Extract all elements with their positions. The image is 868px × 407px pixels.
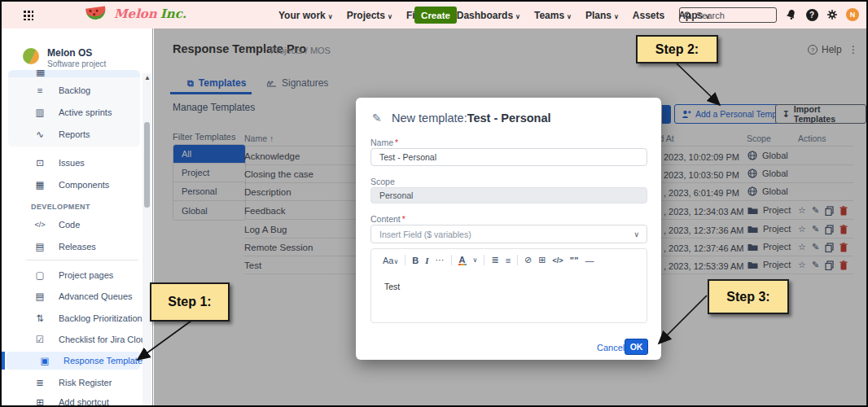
board-icon: ▦ xyxy=(36,70,45,77)
ok-button[interactable]: OK xyxy=(625,339,648,355)
project-avatar xyxy=(23,48,39,64)
chevron-down-icon: ∨ xyxy=(515,13,520,20)
risk-register-icon: ≣ xyxy=(33,377,47,388)
horizontal-rule-button[interactable]: — xyxy=(585,256,594,265)
project-type: Software project xyxy=(47,59,106,68)
sidebar-item-active-sprints[interactable]: ▥ Active sprints xyxy=(2,104,142,120)
font-style-button[interactable]: Aa∨ xyxy=(383,256,398,265)
chevron-down-icon: ∨ xyxy=(567,13,572,20)
code-block-button[interactable]: </> xyxy=(553,256,563,265)
italic-button[interactable]: I xyxy=(425,256,428,265)
project-sidebar: Melon OS Software project ▦ ≡ Backlog ▥ … xyxy=(2,28,153,407)
sidebar-item-partial[interactable]: ▦ xyxy=(8,70,140,77)
chevron-down-icon: ∨ xyxy=(614,13,619,20)
releases-icon: ▤ xyxy=(33,241,47,252)
insert-field-dropdown[interactable]: Insert Field ($ variables) ∨ xyxy=(370,225,647,243)
name-field-label: Name* xyxy=(370,138,398,147)
user-avatar[interactable]: N xyxy=(846,8,859,21)
primary-nav: Your work∨ Projects∨ Filters∨ Dashboards… xyxy=(278,2,710,28)
create-button[interactable]: Create xyxy=(414,7,457,24)
sidebar-item-checklist[interactable]: ☑ Checklist for Jira Cloud xyxy=(2,331,142,348)
text-color-button[interactable]: A xyxy=(458,256,467,265)
sidebar-item-components[interactable]: ▦ Components xyxy=(2,177,142,193)
sidebar-item-response-templates[interactable]: ▣ Response Templates xyxy=(7,352,140,370)
sidebar-item-issues[interactable]: ⊡ Issues xyxy=(2,155,142,171)
sidebar-item-add-shortcut[interactable]: ⊞ Add shortcut xyxy=(2,394,142,407)
notifications-bell-icon[interactable] xyxy=(784,8,797,21)
more-formatting-button[interactable]: ⋯ xyxy=(436,255,445,265)
bullet-list-button[interactable]: ≣ xyxy=(491,255,498,265)
response-templates-icon: ▣ xyxy=(37,355,52,366)
content-field-label: Content* xyxy=(370,214,406,224)
watermelon-logo-icon xyxy=(85,6,107,20)
insert-table-button[interactable]: ⊞ xyxy=(538,255,546,265)
nav-projects[interactable]: Projects∨ xyxy=(347,10,392,21)
rich-text-editor[interactable]: Aa∨ B I ⋯ A ∨ ≣ ≡ ⊘ ⊞ </> ”” — Test xyxy=(370,248,647,323)
app-switcher-icon[interactable] xyxy=(23,10,33,20)
app-window: MelonInc. Your work∨ Projects∨ Filters∨ … xyxy=(0,0,868,407)
components-icon: ▦ xyxy=(33,179,47,190)
new-template-dialog: ✎ New template:Test - Personal Name* Tes… xyxy=(356,98,661,360)
reports-icon: ∿ xyxy=(33,129,47,140)
step3-annotation: Step 3: xyxy=(708,279,789,314)
dialog-title: New template:Test - Personal xyxy=(392,112,551,125)
link-button[interactable]: ⊘ xyxy=(524,255,532,265)
project-name: Melon OS xyxy=(47,47,92,59)
nav-your-work[interactable]: Your work∨ xyxy=(278,10,333,21)
search-input[interactable]: Search xyxy=(679,7,777,23)
chevron-down-icon: ∨ xyxy=(328,13,333,20)
backlog-prioritization-icon: ⇅ xyxy=(33,313,47,324)
issues-icon: ⊡ xyxy=(33,157,47,168)
sidebar-item-backlog-prioritization[interactable]: ⇅ Backlog Prioritization xyxy=(2,310,142,326)
sidebar-divider xyxy=(26,260,138,260)
scope-input-disabled: Personal xyxy=(370,187,647,204)
sidebar-item-risk-register[interactable]: ≣ Risk Register xyxy=(2,374,142,391)
active-sprints-icon: ▥ xyxy=(33,107,47,118)
sidebar-item-project-pages[interactable]: ▢ Project pages xyxy=(2,267,142,283)
chevron-down-icon: ∨ xyxy=(473,256,478,264)
sidebar-item-reports[interactable]: ∿ Reports xyxy=(2,126,142,142)
name-input[interactable]: Test - Personal xyxy=(370,148,647,166)
quote-button[interactable]: ”” xyxy=(570,256,579,265)
scope-field-label: Scope xyxy=(370,177,395,186)
numbered-list-button[interactable]: ≡ xyxy=(506,256,511,265)
editor-toolbar: Aa∨ B I ⋯ A ∨ ≣ ≡ ⊘ ⊞ </> ”” — xyxy=(383,255,594,265)
project-pages-icon: ▢ xyxy=(33,269,47,281)
step2-annotation: Step 2: xyxy=(636,35,718,63)
sidebar-item-advanced-queues[interactable]: ▤ Advanced Queues xyxy=(2,288,142,304)
help-question-icon[interactable]: ? xyxy=(805,8,818,21)
top-navigation-bar: MelonInc. Your work∨ Projects∨ Filters∨ … xyxy=(2,2,866,28)
selected-item-indicator xyxy=(2,352,5,370)
checklist-icon: ☑ xyxy=(33,334,47,345)
sidebar-item-releases[interactable]: ▤ Releases xyxy=(2,239,142,255)
sidebar-item-code[interactable]: </> Code xyxy=(2,217,142,233)
nav-dashboards[interactable]: Dashboards∨ xyxy=(457,10,520,21)
cancel-button[interactable]: Cancel xyxy=(597,343,625,352)
edit-pencil-icon: ✎ xyxy=(372,112,382,125)
editor-content-text[interactable]: Test xyxy=(384,282,400,291)
nav-assets[interactable]: Assets xyxy=(633,10,664,21)
nav-teams[interactable]: Teams∨ xyxy=(534,10,572,21)
backlog-icon: ≡ xyxy=(33,85,47,95)
chevron-down-icon: ∨ xyxy=(633,230,639,239)
brand-logo[interactable]: MelonInc. xyxy=(114,7,186,21)
bold-button[interactable]: B xyxy=(412,256,419,265)
development-section-header: DEVELOPMENT xyxy=(31,203,90,211)
sidebar-item-backlog[interactable]: ≡ Backlog xyxy=(2,82,142,98)
advanced-queues-icon: ▤ xyxy=(33,291,47,302)
settings-gear-icon[interactable] xyxy=(826,8,839,21)
chevron-down-icon: ∨ xyxy=(388,13,392,20)
step1-annotation: Step 1: xyxy=(150,282,230,322)
sidebar-scrollbar-thumb[interactable] xyxy=(144,122,150,208)
add-shortcut-icon: ⊞ xyxy=(33,396,47,407)
code-icon: </> xyxy=(33,221,47,229)
nav-plans[interactable]: Plans∨ xyxy=(585,10,619,21)
search-icon xyxy=(684,11,692,20)
scrollbar-up-arrow[interactable]: ▲ xyxy=(144,74,151,81)
